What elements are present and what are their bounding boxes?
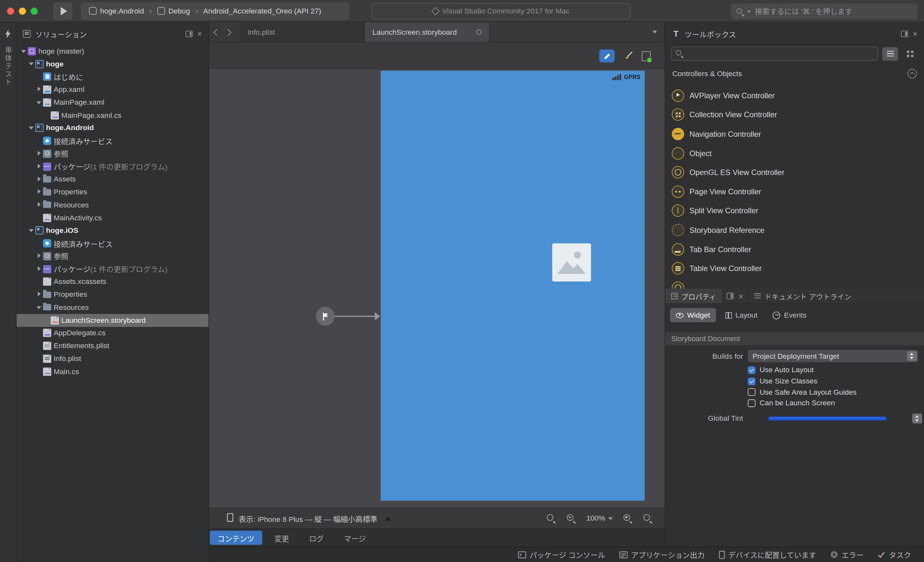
- close-window-button[interactable]: [7, 7, 14, 15]
- toolbox-item[interactable]: Object: [665, 144, 924, 163]
- toolbox-item[interactable]: AVPlayer View Controller: [665, 86, 924, 105]
- global-tint-well[interactable]: [768, 416, 886, 420]
- expander-right-icon[interactable]: [35, 147, 42, 160]
- dock-pad-icon[interactable]: [185, 30, 192, 37]
- launch-screen-view[interactable]: GPRS: [381, 70, 645, 501]
- tree-item[interactable]: Assets: [16, 173, 208, 186]
- toolbox-item[interactable]: Storyboard Reference: [665, 220, 924, 240]
- toolbox-item[interactable]: [665, 278, 924, 289]
- expander-right-icon[interactable]: [35, 186, 42, 198]
- toolbox-item[interactable]: Split View Controller: [665, 201, 924, 220]
- toolbox-item[interactable]: Navigation Controller: [665, 124, 924, 144]
- toolbox-item[interactable]: Tab Bar Controller: [665, 240, 924, 259]
- bottom-tab[interactable]: マージ: [336, 531, 374, 545]
- tree-item[interactable]: AppDelegate.cs: [16, 327, 208, 339]
- expander-down-icon[interactable]: [28, 122, 35, 135]
- edit-mode-button[interactable]: [599, 49, 615, 62]
- toolbox-item[interactable]: Collection View Controller: [665, 105, 924, 124]
- toolbox-section-header[interactable]: Controllers & Objects: [665, 66, 924, 81]
- checkbox-row[interactable]: Use Safe Area Layout Guides: [748, 387, 924, 397]
- toolbox-item[interactable]: Table View Controller: [665, 259, 924, 278]
- tree-item[interactable]: パッケージ (1 件の更新プログラム): [16, 263, 208, 276]
- checkbox-unchecked-icon[interactable]: [748, 399, 756, 407]
- expander-right-icon[interactable]: [35, 288, 42, 301]
- bottom-tab[interactable]: 変更: [267, 531, 297, 545]
- bottom-tab[interactable]: コンテンツ: [210, 531, 262, 545]
- editor-tab[interactable]: LaunchScreen.storyboard: [364, 22, 490, 42]
- checkbox-unchecked-icon[interactable]: [748, 388, 756, 396]
- unit-test-bolt-icon[interactable]: [5, 30, 11, 41]
- expander-right-icon[interactable]: [35, 250, 42, 263]
- tree-item[interactable]: パッケージ (1 件の更新プログラム): [16, 160, 208, 173]
- global-search-input[interactable]: [754, 7, 912, 16]
- collapse-section-icon[interactable]: [908, 69, 917, 78]
- toolbox-item[interactable]: OpenGL ES View Controller: [665, 163, 924, 182]
- image-view-placeholder[interactable]: [552, 243, 591, 282]
- tree-item[interactable]: MainPage.xaml.cs: [16, 109, 208, 122]
- tree-item[interactable]: 参照: [16, 250, 208, 263]
- theme-brush-button[interactable]: [621, 49, 635, 63]
- run-button[interactable]: [53, 2, 73, 19]
- breadcrumb-item[interactable]: Debug: [157, 7, 190, 15]
- editor-tab[interactable]: Info.plist: [240, 22, 365, 42]
- tab-document-outline[interactable]: ドキュメント アウトライン: [748, 289, 857, 303]
- close-pad-icon[interactable]: ×: [739, 292, 744, 300]
- zoom-fit-button[interactable]: [546, 513, 556, 523]
- tree-item[interactable]: Properties: [16, 288, 208, 301]
- tree-item[interactable]: MainPage.xaml: [16, 96, 208, 109]
- tree-item[interactable]: MainActivity.cs: [16, 211, 208, 224]
- checkbox-row[interactable]: Use Auto Layout: [748, 364, 924, 375]
- subtab-widget[interactable]: Widget: [670, 308, 716, 322]
- zoom-in-button[interactable]: [623, 513, 633, 523]
- source-status-icon[interactable]: [642, 51, 651, 61]
- minimize-window-button[interactable]: [19, 7, 26, 15]
- expander-right-icon[interactable]: [35, 263, 42, 276]
- toolbox-search[interactable]: [671, 46, 878, 61]
- checkbox-row[interactable]: Use Size Classes: [748, 376, 924, 387]
- tree-item[interactable]: 接続済みサービス: [16, 237, 208, 250]
- breadcrumb-item[interactable]: Android_Accelerated_Oreo (API 27): [203, 7, 321, 15]
- navigate-back-button[interactable]: [209, 22, 222, 42]
- breadcrumb-item[interactable]: hoge.Android: [89, 7, 144, 15]
- tree-item[interactable]: Main.cs: [16, 365, 208, 378]
- expander-down-icon[interactable]: [28, 57, 35, 70]
- zoom-level-dropdown[interactable]: 100%: [586, 514, 613, 523]
- close-pad-icon[interactable]: ×: [197, 30, 202, 38]
- tree-item[interactable]: hoge (master): [16, 45, 208, 57]
- expander-down-icon[interactable]: [20, 45, 27, 57]
- tree-item[interactable]: Resources: [16, 301, 208, 314]
- navigate-forward-button[interactable]: [222, 22, 235, 42]
- tree-item[interactable]: LaunchScreen.storyboard: [16, 314, 208, 327]
- tree-item[interactable]: Entitlements.plist: [16, 339, 208, 352]
- checkbox-checked-icon[interactable]: [748, 366, 756, 374]
- zoom-out-button[interactable]: [566, 513, 576, 523]
- expander-down-icon[interactable]: [35, 301, 42, 314]
- expander-right-icon[interactable]: [35, 83, 42, 96]
- expander-right-icon[interactable]: [35, 173, 42, 186]
- subtab-events[interactable]: Events: [767, 308, 813, 322]
- tree-item[interactable]: hoge.Android: [16, 122, 208, 135]
- list-view-button[interactable]: [882, 47, 898, 60]
- tree-item[interactable]: Resources: [16, 198, 208, 211]
- storyboard-canvas[interactable]: GPRS: [209, 69, 665, 508]
- tree-item[interactable]: 参照: [16, 147, 208, 160]
- dock-pad-icon[interactable]: [727, 293, 734, 299]
- checkbox-row[interactable]: Can be Launch Screen: [748, 397, 924, 409]
- tab-modified-indicator[interactable]: [476, 30, 482, 35]
- subtab-layout[interactable]: Layout: [719, 308, 764, 322]
- dock-pad-icon[interactable]: [901, 30, 908, 37]
- display-configuration-label[interactable]: 表示: iPhone 8 Plus — 縦 — 幅縮小高標準: [239, 513, 378, 524]
- tab-list-dropdown-icon[interactable]: [652, 30, 657, 33]
- toolbox-search-input[interactable]: [686, 49, 874, 58]
- bottom-tab[interactable]: ログ: [302, 531, 332, 545]
- toolbox-item[interactable]: Page View Controller: [665, 182, 924, 201]
- expander-down-icon[interactable]: [28, 224, 35, 237]
- tree-item[interactable]: Assets.xcassets: [16, 275, 208, 288]
- global-tint-stepper[interactable]: [912, 413, 922, 423]
- close-pad-icon[interactable]: ×: [913, 30, 918, 38]
- expander-down-icon[interactable]: [35, 96, 42, 109]
- tree-item[interactable]: Properties: [16, 186, 208, 198]
- status-item-output[interactable]: アプリケーション出力: [620, 549, 705, 560]
- zoom-window-button[interactable]: [30, 7, 38, 15]
- status-item-device[interactable]: デバイスに配置しています: [719, 549, 816, 560]
